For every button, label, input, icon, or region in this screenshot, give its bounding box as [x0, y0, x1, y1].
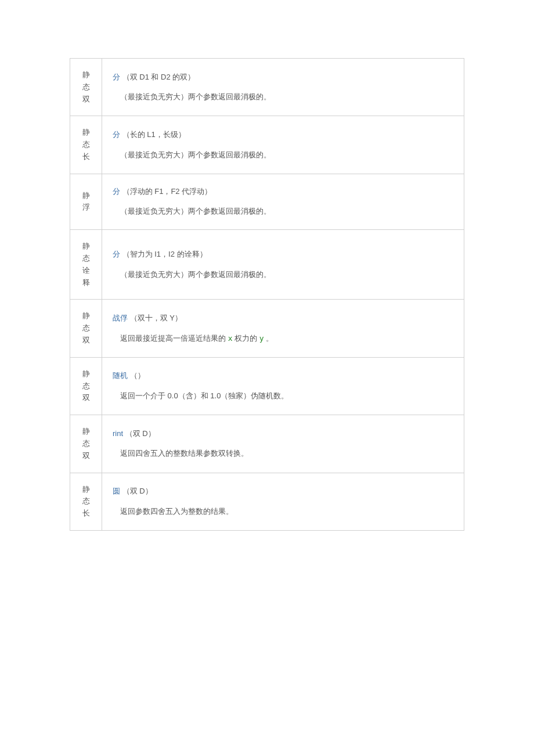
method-name[interactable]: 分 [113, 73, 120, 81]
description-cell: rint （双 D）返回四舍五入的整数结果参数双转换。 [102, 415, 464, 473]
modifier-char: 诠 [75, 265, 97, 277]
method-signature: 战俘 （双十，双 Y） [113, 311, 456, 326]
modifier-char: 态 [75, 253, 97, 265]
method-description: 返回参数四舍五入为整数的结果。 [113, 505, 456, 519]
modifier-cell: 静态双 [70, 357, 102, 415]
method-description: （最接近负无穷大）两个参数返回最消极的。 [113, 148, 456, 163]
modifier-char: 双 [75, 334, 97, 347]
desc-post: 。 [264, 334, 274, 343]
modifier-char: 静 [75, 127, 97, 139]
method-signature: 分 （智力为 I1，I2 的诠释） [113, 247, 456, 262]
method-params: （智力为 I1，I2 的诠释） [122, 250, 207, 258]
method-description: （最接近负无穷大）两个参数返回最消极的。 [113, 268, 456, 282]
method-signature: 分 （双 D1 和 D2 的双） [113, 70, 456, 85]
table-row: 静态诠释分 （智力为 I1，I2 的诠释）（最接近负无穷大）两个参数返回最消极的… [70, 230, 464, 300]
modifier-char: 态 [75, 322, 97, 334]
method-signature: 随机 （） [113, 369, 456, 383]
method-name[interactable]: rint [113, 429, 123, 438]
table-row: 静态长圆 （双 D）返回参数四舍五入为整数的结果。 [70, 473, 464, 530]
modifier-char: 双 [75, 450, 97, 462]
table-row: 静态双战俘 （双十，双 Y）返回最接近提高一倍逼近结果的 x 权力的 y 。 [70, 300, 464, 357]
modifier-cell: 静态双 [70, 59, 102, 116]
modifier-char: 静 [75, 368, 97, 380]
table-row: 静浮分 （浮动的 F1，F2 代浮动）（最接近负无穷大）两个参数返回最消极的。 [70, 174, 464, 229]
modifier-char: 态 [75, 139, 97, 151]
modifier-char: 双 [75, 392, 97, 404]
description-cell: 分 （长的 L1，长级）（最接近负无穷大）两个参数返回最消极的。 [102, 116, 464, 174]
modifier-char: 长 [75, 151, 97, 163]
modifier-cell: 静态双 [70, 300, 102, 357]
method-signature: rint （双 D） [113, 427, 456, 441]
desc-pre: （最接近负无穷大）两个参数返回最消极的。 [120, 270, 271, 279]
modifier-char: 双 [75, 93, 97, 106]
table-row: 静态双rint （双 D）返回四舍五入的整数结果参数双转换。 [70, 415, 464, 473]
description-cell: 战俘 （双十，双 Y）返回最接近提高一倍逼近结果的 x 权力的 y 。 [102, 300, 464, 357]
method-description: 返回最接近提高一倍逼近结果的 x 权力的 y 。 [113, 332, 456, 346]
method-signature: 分 （长的 L1，长级） [113, 128, 456, 142]
modifier-cell: 静态诠释 [70, 230, 102, 300]
modifier-char: 静 [75, 310, 97, 322]
desc-pre: 返回一个介于 0.0（含）和 1.0（独家）伪随机数。 [120, 391, 288, 400]
desc-pre: （最接近负无穷大）两个参数返回最消极的。 [120, 150, 271, 159]
method-params: （双 D1 和 D2 的双） [122, 73, 196, 81]
method-table: 静态双分 （双 D1 和 D2 的双）（最接近负无穷大）两个参数返回最消极的。静… [70, 58, 464, 531]
method-params: （长的 L1，长级） [122, 130, 186, 139]
modifier-char: 静 [75, 190, 97, 202]
desc-pre: 返回四舍五入的整数结果参数双转换。 [120, 449, 248, 458]
method-description: 返回一个介于 0.0（含）和 1.0（独家）伪随机数。 [113, 389, 456, 404]
modifier-char: 静 [75, 69, 97, 81]
desc-pre: 返回最接近提高一倍逼近结果的 [120, 334, 228, 343]
code-variable: y [259, 334, 264, 343]
method-name[interactable]: 随机 [113, 371, 128, 380]
document-page: 静态双分 （双 D1 和 D2 的双）（最接近负无穷大）两个参数返回最消极的。静… [0, 0, 534, 756]
desc-pre: 返回参数四舍五入为整数的结果。 [120, 507, 233, 516]
modifier-char: 静 [75, 484, 97, 496]
method-name[interactable]: 分 [113, 187, 120, 196]
modifier-char: 浮 [75, 201, 97, 214]
modifier-char: 态 [75, 380, 97, 393]
method-params: （） [130, 371, 145, 380]
modifier-cell: 静态双 [70, 415, 102, 473]
description-cell: 分 （智力为 I1，I2 的诠释）（最接近负无穷大）两个参数返回最消极的。 [102, 230, 464, 300]
method-name[interactable]: 分 [113, 250, 120, 258]
method-params: （双 D） [122, 487, 153, 495]
method-params: （双十，双 Y） [130, 314, 182, 322]
method-params: （浮动的 F1，F2 代浮动） [122, 187, 212, 196]
modifier-char: 静 [75, 426, 97, 438]
modifier-char: 态 [75, 81, 97, 93]
method-description: 返回四舍五入的整数结果参数双转换。 [113, 447, 456, 461]
description-cell: 圆 （双 D）返回参数四舍五入为整数的结果。 [102, 473, 464, 530]
modifier-cell: 静浮 [70, 174, 102, 229]
method-name[interactable]: 战俘 [113, 314, 128, 322]
modifier-char: 态 [75, 495, 97, 507]
modifier-char: 态 [75, 438, 97, 450]
table-row: 静态长分 （长的 L1，长级）（最接近负无穷大）两个参数返回最消极的。 [70, 116, 464, 174]
method-params: （双 D） [125, 429, 156, 438]
table-row: 静态双分 （双 D1 和 D2 的双）（最接近负无穷大）两个参数返回最消极的。 [70, 59, 464, 116]
desc-pre: （最接近负无穷大）两个参数返回最消极的。 [120, 92, 271, 101]
modifier-char: 静 [75, 240, 97, 253]
method-description: （最接近负无穷大）两个参数返回最消极的。 [113, 204, 456, 219]
modifier-cell: 静态长 [70, 116, 102, 174]
desc-pre: （最接近负无穷大）两个参数返回最消极的。 [120, 207, 271, 215]
modifier-char: 长 [75, 507, 97, 520]
modifier-char: 释 [75, 277, 97, 289]
table-row: 静态双随机 （）返回一个介于 0.0（含）和 1.0（独家）伪随机数。 [70, 357, 464, 415]
modifier-cell: 静态长 [70, 473, 102, 530]
method-name[interactable]: 分 [113, 130, 120, 139]
method-name[interactable]: 圆 [113, 487, 120, 495]
description-cell: 分 （浮动的 F1，F2 代浮动）（最接近负无穷大）两个参数返回最消极的。 [102, 174, 464, 229]
description-cell: 分 （双 D1 和 D2 的双）（最接近负无穷大）两个参数返回最消极的。 [102, 59, 464, 116]
description-cell: 随机 （）返回一个介于 0.0（含）和 1.0（独家）伪随机数。 [102, 357, 464, 415]
desc-mid: 权力的 [232, 334, 259, 343]
method-description: （最接近负无穷大）两个参数返回最消极的。 [113, 90, 456, 105]
method-signature: 圆 （双 D） [113, 484, 456, 499]
method-signature: 分 （浮动的 F1，F2 代浮动） [113, 185, 456, 199]
